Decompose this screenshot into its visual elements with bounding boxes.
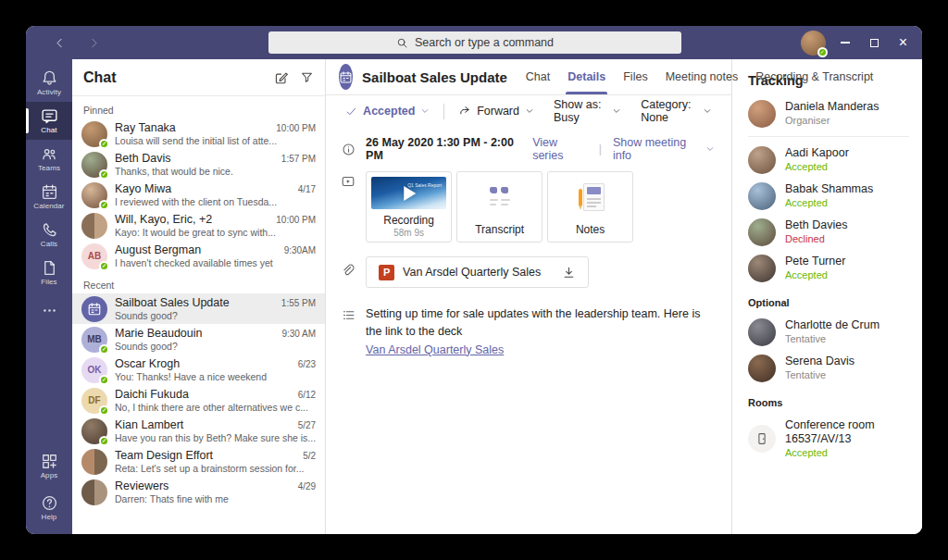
chat-item[interactable]: AB✓August Bergman9:30AMI haven't checked… bbox=[72, 241, 325, 271]
tab-meeting-notes[interactable]: Meeting notes bbox=[666, 59, 739, 94]
attachment-card[interactable]: P Van Arsdel Quarterly Sales bbox=[366, 256, 589, 288]
show-as-label: Show as: Busy bbox=[554, 98, 606, 124]
meeting-title: Sailboat Sales Update bbox=[362, 69, 507, 85]
maximize-button[interactable] bbox=[870, 39, 879, 47]
meeting-date-row: 26 May 2020 1:30 PM - 2:00 PM View serie… bbox=[326, 131, 731, 167]
attendee-status: Accepted bbox=[785, 268, 845, 281]
room-icon bbox=[748, 425, 776, 453]
play-icon bbox=[404, 186, 416, 201]
tracking-panel: Tracking Daniela ManderasOrganiserAadi K… bbox=[731, 59, 922, 534]
attendee[interactable]: Pete TurnerAccepted bbox=[748, 255, 922, 282]
attendee-status: Accepted bbox=[785, 196, 873, 209]
close-button[interactable]: × bbox=[899, 35, 907, 50]
rail-item-calendar[interactable]: Calendar bbox=[26, 178, 72, 216]
chat-item[interactable]: ✓Ray Tanaka10:00 PMLouisa will send the … bbox=[72, 118, 325, 149]
attachment-row: P Van Arsdel Quarterly Sales bbox=[326, 252, 731, 292]
chat-item-preview: Darren: Thats fine with me bbox=[115, 493, 316, 504]
presence-badge: ✓ bbox=[99, 200, 109, 210]
chat-item[interactable]: Sailboat Sales Update1:55 PMSounds good? bbox=[72, 293, 325, 324]
new-chat-icon[interactable] bbox=[274, 70, 289, 85]
rail-item-label: Calls bbox=[41, 240, 57, 248]
show-as-button[interactable]: Show as: Busy bbox=[548, 95, 627, 127]
rail-item-teams[interactable]: Teams bbox=[26, 140, 72, 178]
deck-link[interactable]: Van Arsdel Quarterly Sales bbox=[366, 342, 504, 359]
attendee-status: Tentative bbox=[785, 332, 879, 345]
attendee-status: Organiser bbox=[785, 114, 879, 127]
chat-list-title: Chat bbox=[83, 69, 263, 86]
chat-item-time: 4/29 bbox=[298, 481, 316, 492]
rsvp-accepted-button[interactable]: Accepted bbox=[340, 102, 435, 120]
category-button[interactable]: Category: None bbox=[635, 95, 717, 127]
back-icon[interactable] bbox=[54, 37, 66, 49]
transcript-card[interactable]: Transcript bbox=[456, 171, 543, 243]
rail-item-files[interactable]: Files bbox=[26, 254, 72, 292]
room-name: Conference room 16537/AV/13 bbox=[785, 418, 909, 446]
minimize-button[interactable] bbox=[841, 42, 850, 43]
chat-item[interactable]: ✓Kian Lambert5/27Have you ran this by Be… bbox=[72, 416, 325, 446]
tab-files[interactable]: Files bbox=[623, 59, 647, 94]
check-icon bbox=[345, 106, 357, 118]
powerpoint-icon: P bbox=[379, 265, 394, 280]
meeting-avatar bbox=[81, 296, 107, 322]
transcript-label: Transcript bbox=[475, 223, 524, 236]
room-item[interactable]: Conference room 16537/AV/13Accepted bbox=[748, 418, 922, 459]
chat-item[interactable]: ✓Kayo Miwa4/17I reviewed with the client… bbox=[72, 180, 325, 210]
presence-badge: ✓ bbox=[99, 375, 109, 385]
chat-item-name: Marie Beaudouin bbox=[115, 327, 276, 340]
calendar-icon bbox=[87, 302, 102, 317]
rail-item-apps[interactable]: Apps bbox=[26, 445, 72, 487]
forward-button[interactable]: Forward bbox=[453, 102, 540, 120]
chat-item[interactable]: Will, Kayo, Eric, +210:00 PMKayo: It wou… bbox=[72, 210, 325, 241]
room-status: Accepted bbox=[785, 446, 909, 459]
chat-item[interactable]: DF✓Daichi Fukuda6/12No, I think there ar… bbox=[72, 385, 325, 416]
chat-item[interactable]: Reviewers4/29Darren: Thats fine with me bbox=[72, 477, 325, 507]
tab-recording-transcript[interactable]: Recording & Transcript bbox=[755, 59, 873, 94]
show-meeting-info-link[interactable]: Show meeting info bbox=[613, 136, 715, 162]
attendee-status: Accepted bbox=[785, 160, 849, 173]
rail-item-calls[interactable]: Calls bbox=[26, 216, 72, 254]
tab-chat[interactable]: Chat bbox=[526, 59, 550, 94]
rail-item-chat[interactable]: Chat bbox=[26, 102, 72, 140]
chat-item[interactable]: ✓Beth Davis1:57 PMThanks, that would be … bbox=[72, 149, 325, 180]
section-label-recent: Recent bbox=[72, 271, 325, 293]
attendee[interactable]: Aadi KapoorAccepted bbox=[748, 146, 922, 174]
forward-nav-icon[interactable] bbox=[88, 37, 100, 49]
filter-icon[interactable] bbox=[300, 70, 314, 84]
download-icon[interactable] bbox=[562, 266, 576, 280]
avatar: ✓ bbox=[81, 182, 107, 208]
search-input[interactable]: Search or type a command bbox=[268, 31, 681, 54]
agenda-icon bbox=[340, 305, 356, 322]
chevron-down-icon bbox=[703, 106, 712, 116]
rail-item-help[interactable]: Help bbox=[26, 487, 72, 529]
rail-item-more[interactable] bbox=[26, 292, 72, 330]
forward-label: Forward bbox=[477, 105, 519, 118]
user-avatar[interactable]: ✓ bbox=[801, 31, 826, 56]
attendee[interactable]: Beth DaviesDeclined bbox=[748, 218, 922, 246]
meeting-description: Setting up time for sale updates with th… bbox=[366, 307, 700, 338]
calendar-icon bbox=[339, 70, 353, 84]
chat-item[interactable]: OK✓Oscar Krogh6/23You: Thanks! Have a ni… bbox=[72, 355, 325, 385]
rail-item-activity[interactable]: Activity bbox=[26, 64, 72, 102]
attendee-name: Charlotte de Crum bbox=[785, 318, 879, 332]
notes-card[interactable]: Notes bbox=[547, 171, 633, 243]
attendee[interactable]: Serena DavisTentative bbox=[748, 355, 922, 382]
recording-card[interactable]: Q1 Sales Report Recording 58m 9s bbox=[366, 171, 452, 243]
recording-duration: 58m 9s bbox=[393, 228, 424, 238]
chat-item-preview: No, I think there are other alternatives… bbox=[115, 402, 316, 413]
attachment-name: Van Arsdel Quarterly Sales bbox=[403, 266, 541, 279]
phone-icon bbox=[41, 221, 58, 239]
show-meeting-info-label: Show meeting info bbox=[613, 136, 701, 162]
chat-item-preview: You: Thanks! Have a nice weekend bbox=[115, 371, 316, 382]
attendee-name: Serena Davis bbox=[785, 355, 854, 368]
tab-details[interactable]: Details bbox=[568, 59, 605, 94]
attendee[interactable]: Charlotte de CrumTentative bbox=[748, 318, 922, 346]
attendee[interactable]: Babak ShammasAccepted bbox=[748, 182, 922, 210]
avatar: MB✓ bbox=[81, 327, 107, 353]
chat-item[interactable]: Team Design Effort5/2Reta: Let's set up … bbox=[72, 446, 325, 477]
rsvp-label: Accepted bbox=[363, 105, 415, 118]
view-series-link[interactable]: View series bbox=[532, 136, 588, 162]
chat-item[interactable]: MB✓Marie Beaudouin9:30 AMSounds good? bbox=[72, 324, 325, 355]
help-icon bbox=[41, 494, 58, 512]
category-label: Category: None bbox=[641, 98, 697, 124]
attendee[interactable]: Daniela ManderasOrganiser bbox=[748, 100, 922, 128]
